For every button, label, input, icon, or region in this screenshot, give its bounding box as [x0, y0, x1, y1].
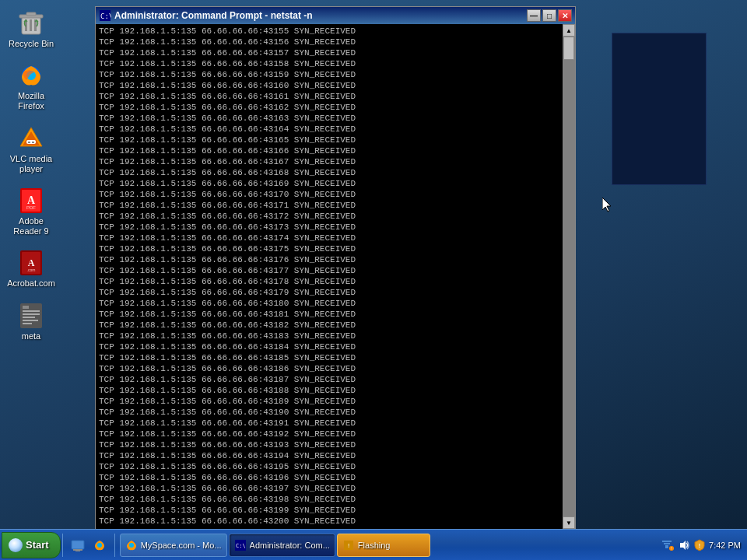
desktop-icon-acrobat[interactable]: A .com Acrobat.com	[3, 246, 59, 292]
task-item-flashing[interactable]: ! Flashing	[337, 534, 430, 557]
cmd-window-icon: C:\	[99, 9, 111, 22]
svg-rect-41	[665, 545, 668, 548]
meta-label: meta	[22, 331, 40, 341]
cmd-row: TCP 192.168.1.5:135 66.66.66.66:43173 SY…	[99, 222, 559, 233]
cmd-row: TCP 192.168.1.5:135 66.66.66.66:43189 SY…	[99, 396, 559, 407]
desktop-icon-recycle-bin[interactable]: Recycle Bin	[3, 6, 59, 52]
systray: ! ! 7:42 PM	[656, 539, 747, 551]
svg-text:PDF: PDF	[26, 205, 36, 210]
scrollbar-down-arrow[interactable]: ▼	[563, 516, 575, 529]
meta-icon	[17, 302, 45, 330]
scrollbar-thumb[interactable]	[563, 37, 574, 60]
cmd-row: TCP 192.168.1.5:135 66.66.66.66:43166 SY…	[99, 145, 559, 156]
cmd-close-button[interactable]: ✕	[558, 9, 572, 22]
task-flashing-icon: !	[342, 539, 355, 551]
svg-rect-24	[23, 313, 40, 315]
system-clock: 7:42 PM	[709, 541, 741, 550]
cmd-row: TCP 192.168.1.5:135 66.66.66.66:43191 SY…	[99, 418, 559, 429]
cmd-row: TCP 192.168.1.5:135 66.66.66.66:43160 SY…	[99, 80, 559, 91]
vlc-icon	[17, 124, 45, 152]
recycle-bin-icon	[17, 9, 45, 37]
svg-rect-11	[28, 142, 30, 143]
svg-rect-12	[32, 142, 34, 143]
cmd-row: TCP 192.168.1.5:135 66.66.66.66:43169 SY…	[99, 178, 559, 189]
svg-text:!: !	[699, 543, 700, 548]
desktop: Recycle Bin Mozilla Firefox	[0, 0, 747, 529]
svg-text:.com: .com	[27, 268, 36, 272]
cmd-row: TCP 192.168.1.5:135 66.66.66.66:43200 SY…	[99, 516, 559, 527]
cmd-row: TCP 192.168.1.5:135 66.66.66.66:43186 SY…	[99, 363, 559, 374]
cmd-row: TCP 192.168.1.5:135 66.66.66.66:43188 SY…	[99, 385, 559, 396]
firefox-label: Mozilla Firefox	[6, 91, 56, 111]
cmd-row: TCP 192.168.1.5:135 66.66.66.66:43175 SY…	[99, 243, 559, 254]
task-cmd-label: Administrator: Com...	[250, 541, 330, 550]
svg-text:C:\: C:\	[100, 12, 111, 20]
svg-rect-2	[30, 19, 32, 31]
cmd-minimize-button[interactable]: —	[527, 9, 541, 22]
quick-launch-firefox[interactable]	[89, 535, 110, 555]
desktop-icon-firefox[interactable]: Mozilla Firefox	[3, 58, 59, 114]
systray-volume-icon[interactable]	[678, 539, 690, 551]
svg-rect-26	[23, 320, 38, 321]
svg-rect-42	[664, 543, 670, 544]
cmd-row: TCP 192.168.1.5:135 66.66.66.66:43180 SY…	[99, 298, 559, 309]
task-item-cmd[interactable]: C:\ Administrator: Com...	[229, 534, 335, 557]
svg-marker-46	[680, 541, 686, 550]
cmd-row: TCP 192.168.1.5:135 66.66.66.66:43164 SY…	[99, 124, 559, 135]
cmd-row: TCP 192.168.1.5:135 66.66.66.66:43198 SY…	[99, 494, 559, 505]
taskbar-tasks: MySpace.com - Mo... C:\ Administrator: C…	[117, 534, 656, 557]
systray-network-icon[interactable]: !	[662, 539, 675, 551]
scrollbar-track[interactable]	[563, 37, 575, 516]
svg-text:C:\: C:\	[236, 543, 246, 549]
cmd-row: TCP 192.168.1.5:135 66.66.66.66:43195 SY…	[99, 461, 559, 472]
task-item-myspace[interactable]: MySpace.com - Mo...	[120, 534, 227, 557]
svg-text:!: !	[671, 546, 672, 551]
svg-rect-10	[26, 140, 36, 144]
cmd-window: C:\ Administrator: Command Prompt - nets…	[95, 6, 576, 530]
blue-rectangle	[612, 33, 707, 185]
scrollbar-up-arrow[interactable]: ▲	[563, 24, 575, 37]
desktop-icon-meta[interactable]: meta	[3, 299, 59, 345]
cmd-row: TCP 192.168.1.5:135 66.66.66.66:43161 SY…	[99, 91, 559, 102]
cmd-row: TCP 192.168.1.5:135 66.66.66.66:43178 SY…	[99, 276, 559, 287]
systray-security-icon[interactable]: !	[693, 539, 706, 551]
cmd-row: TCP 192.168.1.5:135 66.66.66.66:43167 SY…	[99, 156, 559, 167]
svg-rect-43	[662, 541, 672, 542]
cmd-row: TCP 192.168.1.5:135 66.66.66.66:43174 SY…	[99, 233, 559, 243]
task-flashing-label: Flashing	[358, 541, 391, 550]
cmd-row: TCP 192.168.1.5:135 66.66.66.66:43176 SY…	[99, 254, 559, 265]
cmd-row: TCP 192.168.1.5:135 66.66.66.66:43196 SY…	[99, 472, 559, 483]
firefox-icon	[17, 61, 45, 89]
taskbar-divider-1	[62, 534, 63, 557]
cmd-row: TCP 192.168.1.5:135 66.66.66.66:43168 SY…	[99, 167, 559, 178]
recycle-bin-label: Recycle Bin	[9, 39, 54, 49]
svg-text:A: A	[27, 194, 36, 206]
svg-rect-23	[23, 310, 40, 312]
task-browser-icon	[125, 539, 138, 551]
cmd-row: TCP 192.168.1.5:135 66.66.66.66:43199 SY…	[99, 505, 559, 516]
cmd-row: TCP 192.168.1.5:135 66.66.66.66:43171 SY…	[99, 200, 559, 211]
taskbar-divider-2	[114, 534, 115, 557]
cmd-row: TCP 192.168.1.5:135 66.66.66.66:43162 SY…	[99, 102, 559, 113]
cmd-row: TCP 192.168.1.5:135 66.66.66.66:43158 SY…	[99, 58, 559, 69]
cmd-maximize-button[interactable]: □	[542, 9, 556, 22]
svg-rect-5	[26, 12, 36, 16]
svg-rect-27	[23, 323, 32, 324]
mouse-cursor	[602, 198, 612, 212]
cmd-row: TCP 192.168.1.5:135 66.66.66.66:43163 SY…	[99, 113, 559, 124]
desktop-icon-adobe-reader[interactable]: A PDF Adobe Reader 9	[3, 184, 59, 240]
cmd-row: TCP 192.168.1.5:135 66.66.66.66:43181 SY…	[99, 309, 559, 320]
cmd-scrollbar[interactable]: ▲ ▼	[563, 24, 575, 529]
cmd-row: TCP 192.168.1.5:135 66.66.66.66:43183 SY…	[99, 331, 559, 341]
start-button[interactable]: Start	[2, 532, 61, 558]
start-orb-icon	[9, 538, 23, 552]
cmd-content: TCP 192.168.1.5:135 66.66.66.66:43155 SY…	[96, 24, 563, 529]
cmd-row: TCP 192.168.1.5:135 66.66.66.66:43193 SY…	[99, 439, 559, 450]
quick-launch-show-desktop[interactable]	[68, 535, 88, 555]
desktop-icon-vlc[interactable]: VLC media player	[3, 121, 59, 177]
desktop-icons: Recycle Bin Mozilla Firefox	[0, 0, 62, 351]
cmd-row: TCP 192.168.1.5:135 66.66.66.66:43177 SY…	[99, 265, 559, 276]
cmd-row: TCP 192.168.1.5:135 66.66.66.66:43172 SY…	[99, 211, 559, 222]
svg-rect-32	[75, 551, 80, 551]
cmd-body: TCP 192.168.1.5:135 66.66.66.66:43155 SY…	[96, 24, 575, 529]
